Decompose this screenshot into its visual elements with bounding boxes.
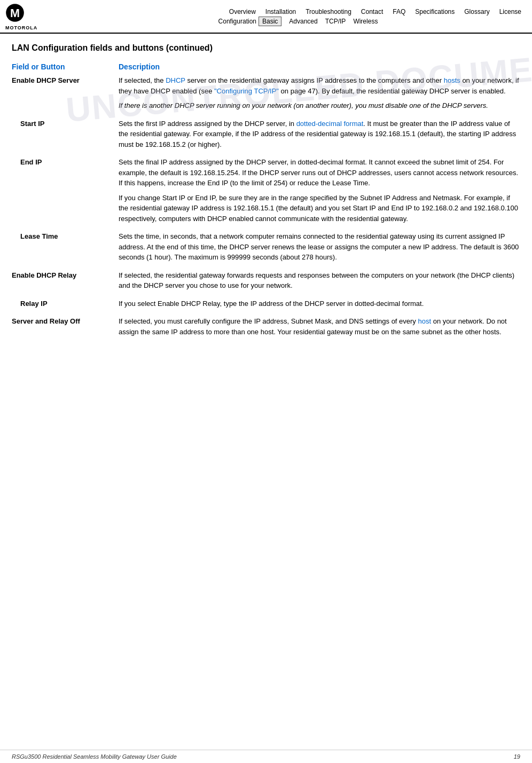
svg-text:M: M: [10, 6, 20, 20]
nav-installation[interactable]: Installation: [265, 8, 296, 15]
desc-enable-dhcp-relay: If selected, the residential gateway for…: [119, 270, 520, 298]
link-host[interactable]: host: [418, 317, 432, 325]
desc-server-relay-off: If selected, you must carefully configur…: [119, 316, 520, 344]
nav-top: Overview Installation Troubleshooting Co…: [69, 8, 527, 15]
desc-relay-ip: If you select Enable DHCP Relay, type th…: [119, 298, 520, 317]
desc-lease-time: Sets the time, in seconds, that a networ…: [119, 231, 520, 270]
table-row: Server and Relay Off If selected, you mu…: [12, 316, 520, 344]
nav-glossary[interactable]: Glossary: [464, 8, 489, 15]
field-enable-dhcp-relay: Enable DHCP Relay: [12, 270, 119, 298]
desc-start-ip: Sets the first IP address assigned by th…: [119, 119, 520, 158]
page-title: LAN Configuration fields and buttons (co…: [12, 43, 520, 53]
link-dhcp[interactable]: DHCP: [166, 76, 185, 84]
field-table: Field or Button Description Enable DHCP …: [12, 62, 520, 344]
col-header-field: Field or Button: [12, 62, 119, 75]
link-configuring-tcpip[interactable]: "Configuring TCP/IP": [214, 87, 279, 95]
nav-bottom: Configuration Basic Advanced TCP/IP Wire…: [69, 17, 527, 26]
nav-license[interactable]: License: [499, 8, 521, 15]
nav-config-group: Configuration Basic: [218, 17, 282, 26]
table-row: Enable DHCP Server If selected, the DHCP…: [12, 75, 520, 119]
nav-advanced[interactable]: Advanced: [289, 18, 317, 25]
motorola-wordmark: MOTOROLA: [5, 25, 69, 30]
table-row: Start IP Sets the first IP address assig…: [12, 119, 520, 158]
field-relay-ip: Relay IP: [12, 298, 119, 317]
field-lease-time: Lease Time: [12, 231, 119, 270]
motorola-logo-icon: M: [5, 3, 25, 22]
page-footer: RSGu3500 Residential Seamless Mobility G…: [0, 750, 532, 763]
nav-contact[interactable]: Contact: [361, 8, 383, 15]
footer-left: RSGu3500 Residential Seamless Mobility G…: [12, 753, 177, 760]
table-row: End IP Sets the final IP address assigne…: [12, 157, 520, 231]
nav-configuration-label: Configuration: [218, 18, 256, 25]
nav-tcpip[interactable]: TCP/IP: [325, 18, 346, 25]
field-start-ip: Start IP: [12, 119, 119, 158]
page-header: M MOTOROLA Overview Installation Trouble…: [0, 0, 532, 34]
nav-troubleshooting[interactable]: Troubleshooting: [306, 8, 351, 15]
link-hosts[interactable]: hosts: [444, 76, 460, 84]
footer-right: 19: [514, 753, 520, 760]
field-enable-dhcp-server: Enable DHCP Server: [12, 75, 119, 119]
nav-wireless[interactable]: Wireless: [353, 18, 378, 25]
nav-basic-tab[interactable]: Basic: [259, 17, 281, 26]
nav-specifications[interactable]: Specifications: [415, 8, 455, 15]
link-dotted-decimal[interactable]: dotted-decimal format: [296, 120, 364, 128]
nav-faq[interactable]: FAQ: [393, 8, 405, 15]
col-header-desc: Description: [119, 62, 520, 75]
logo-area: M MOTOROLA: [5, 3, 69, 30]
field-end-ip: End IP: [12, 157, 119, 231]
desc-end-ip: Sets the final IP address assigned by th…: [119, 157, 520, 231]
table-row: Lease Time Sets the time, in seconds, th…: [12, 231, 520, 270]
table-row: Enable DHCP Relay If selected, the resid…: [12, 270, 520, 298]
nav-overview[interactable]: Overview: [229, 8, 256, 15]
field-server-relay-off: Server and Relay Off: [12, 316, 119, 344]
table-row: Relay IP If you select Enable DHCP Relay…: [12, 298, 520, 317]
desc-enable-dhcp-server: If selected, the DHCP server on the resi…: [119, 75, 520, 119]
main-content: LAN Configuration fields and buttons (co…: [0, 34, 532, 355]
nav-area: Overview Installation Troubleshooting Co…: [69, 8, 527, 26]
